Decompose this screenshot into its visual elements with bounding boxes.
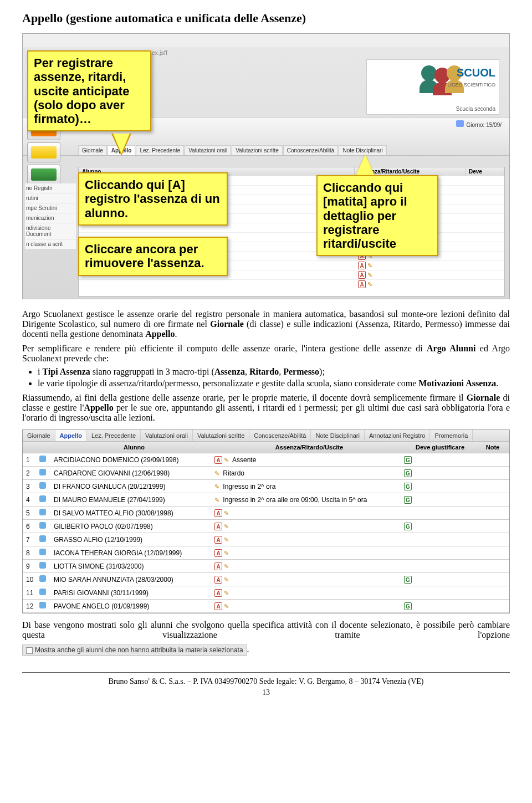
aru-cell: A (214, 602, 404, 610)
student-name: IACONA TEHERAN GIORGIA (12/09/1999) (54, 549, 214, 557)
pencil-icon[interactable] (214, 469, 221, 476)
student-name: CARDARONE GIOVANNI (12/06/1998) (54, 469, 214, 477)
ltab-giornale[interactable]: Giornale (23, 430, 55, 441)
absence-badge[interactable]: A (214, 509, 222, 517)
tab-giornale[interactable]: Giornale (78, 145, 107, 155)
ltab-promemoria[interactable]: Promemoria (430, 430, 473, 441)
student-name: GILIBERTO PAOLO (02/07/1998) (54, 523, 214, 530)
sidebar-item[interactable]: municazion (25, 213, 76, 223)
absence-badge[interactable]: A (214, 576, 222, 584)
justify-badge[interactable]: G (404, 523, 412, 530)
pencil-icon[interactable] (224, 549, 231, 556)
aru-cell: Ritardo (214, 469, 404, 477)
ltab-lez-precedente[interactable]: Lez. Precedente (87, 430, 141, 441)
justify-badge[interactable]: G (404, 496, 412, 504)
student-name: GRASSO ALFIO (12/10/1999) (54, 536, 214, 544)
person-icon (39, 509, 46, 515)
aru-cell: A (214, 523, 404, 530)
paragraph-2: Per semplificare e rendere più efficient… (22, 344, 510, 364)
browser-chrome (23, 34, 509, 48)
absence-badge[interactable]: A (358, 271, 366, 279)
absence-badge[interactable]: A (214, 536, 222, 544)
justify-badge[interactable]: G (404, 602, 412, 610)
lower-table-head: Alunno Assenza/Ritardo/Uscite Deve giust… (23, 442, 509, 453)
pencil-icon[interactable] (224, 523, 231, 529)
person-icon (39, 575, 46, 582)
ltab-note-disciplinari[interactable]: Note Disciplinari (311, 430, 364, 441)
absence-badge[interactable]: A (358, 262, 366, 269)
student-name: DI FRANCO GIANLUCA (20/12/1999) (54, 483, 214, 490)
pencil-icon[interactable] (224, 509, 231, 516)
brand-footer: Scuola seconda (456, 106, 495, 112)
justify-cell: G (404, 496, 476, 504)
justify-badge[interactable]: G (404, 456, 412, 464)
sidebar-item[interactable]: ne Registri (25, 183, 76, 193)
pencil-icon[interactable] (224, 602, 231, 609)
checkbox-icon[interactable] (26, 647, 33, 654)
absence-badge[interactable]: A (358, 280, 366, 288)
brand-subtitle: LICEO SCIENTIFICO (447, 82, 495, 88)
sidebar-item[interactable]: ndivisione Document (25, 223, 76, 239)
ltab-conoscenze[interactable]: Conoscenze/Abilità (249, 430, 311, 441)
show-all-students-option[interactable]: Mostra anche gli alunni che non hanno at… (22, 645, 247, 656)
pencil-icon[interactable] (367, 262, 374, 269)
annotated-screenshot: ext/index.jsff SCUOL LICEO SCIENTIFICO S… (22, 33, 510, 299)
absence-badge[interactable]: A (214, 589, 222, 597)
ltab-valutazioni-orali[interactable]: Valutazioni orali (141, 430, 193, 441)
option-row: Mostra anche gli alunni che non hanno at… (22, 645, 510, 656)
absence-badge[interactable]: A (214, 549, 222, 557)
row-number: 3 (23, 483, 39, 490)
justify-badge[interactable]: G (404, 483, 412, 490)
footer-rule (22, 672, 510, 673)
ltab-valutazioni-scritte[interactable]: Valutazioni scritte (193, 430, 249, 441)
row-number: 1 (23, 456, 39, 464)
tab-valutazioni-scritte[interactable]: Valutazioni scritte (232, 145, 283, 155)
table-row: 7GRASSO ALFIO (12/10/1999)A (23, 533, 509, 546)
left-icon-2[interactable] (27, 142, 60, 162)
tab-valutazioni-orali[interactable]: Valutazioni orali (185, 145, 231, 155)
aru-cell: A (214, 562, 404, 570)
row-number: 8 (23, 549, 39, 557)
pencil-icon[interactable] (214, 496, 221, 503)
table-row: 4DI MAURO EMANUELE (27/04/1999) Ingresso… (23, 493, 509, 507)
tab-lez-precedente[interactable]: Lez. Precedente (136, 145, 184, 155)
absence-badge[interactable]: A (214, 602, 222, 610)
tab-note-disciplinari[interactable]: Note Disciplinari (339, 145, 386, 155)
prev-day-icon[interactable] (456, 120, 464, 127)
sidebar-item[interactable]: mpe Scrutini (25, 203, 76, 213)
person-icon (39, 482, 46, 489)
pencil-icon[interactable] (224, 562, 231, 569)
justify-cell: G (404, 602, 476, 610)
sidebar-item[interactable]: n classe a scrit (25, 239, 76, 249)
left-icon-3[interactable] (27, 165, 60, 185)
bullet-1: i Tipi Assenza siano raggruppati in 3 ma… (38, 367, 510, 377)
row-number: 6 (23, 523, 39, 530)
giorno-value: 15/09/ (486, 122, 502, 128)
table-row: 10MIO SARAH ANNUNZIATA (28/03/2000)A G (23, 573, 509, 586)
justify-badge[interactable]: G (404, 469, 412, 477)
pencil-icon[interactable] (224, 536, 231, 543)
justify-badge[interactable]: G (404, 576, 412, 584)
tab-conoscenze[interactable]: Conoscenze/Abilità (283, 145, 339, 155)
ltab-annotazioni[interactable]: Annotazioni Registro (365, 430, 431, 441)
table-row: 3DI FRANCO GIANLUCA (20/12/1999) Ingress… (23, 480, 509, 493)
date-picker[interactable]: Giorno: 15/09/ (456, 120, 502, 128)
head-note: Note (476, 442, 509, 453)
lower-tabs: Giornale Appello Lez. Precedente Valutaz… (23, 430, 509, 442)
justify-cell: G (404, 469, 476, 477)
person-icon (39, 469, 46, 475)
pencil-icon[interactable] (224, 589, 231, 596)
aru-cell: Ingresso in 2^ ora (214, 483, 404, 490)
pencil-icon[interactable] (224, 456, 231, 463)
absence-badge[interactable]: A (214, 456, 222, 464)
pencil-icon[interactable] (367, 272, 374, 278)
pencil-icon[interactable] (214, 483, 221, 489)
sidebar-item[interactable]: rutini (25, 193, 76, 203)
person-icon (39, 602, 46, 608)
pencil-icon[interactable] (367, 281, 374, 288)
ltab-appello[interactable]: Appello (55, 430, 87, 441)
pencil-icon[interactable] (224, 576, 231, 582)
aru-text: Ingresso in 2^ ora (223, 483, 275, 490)
absence-badge[interactable]: A (214, 562, 222, 570)
absence-badge[interactable]: A (214, 523, 222, 530)
